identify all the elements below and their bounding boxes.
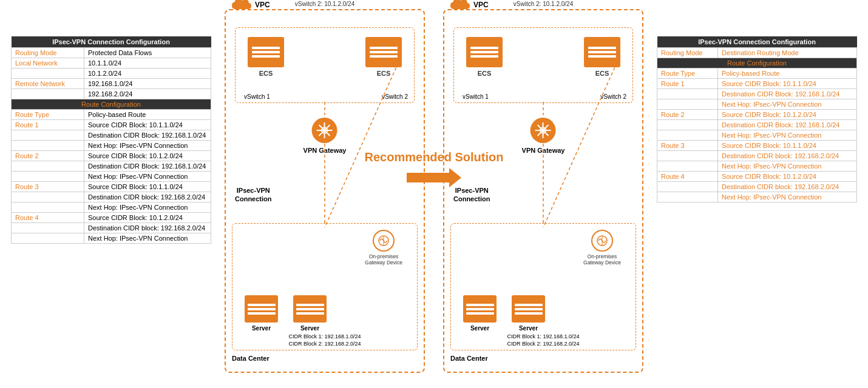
left-route3-src: Source CIDR Block: 10.1.1.0/24 (84, 182, 211, 192)
left-route4-dst-label (12, 223, 84, 233)
left-ecs2: ECS (365, 37, 402, 77)
right-route-type-value: Policy-based Route (718, 69, 857, 79)
left-route1-dst-label (12, 130, 84, 141)
left-route3-hop-label (12, 202, 84, 213)
right-server2: Server (512, 295, 545, 332)
right-vpc-label: VPC (473, 1, 489, 9)
right-route-type-label: Route Type (657, 69, 718, 79)
left-config-table: IPsec-VPN Connection Configuration Routi… (11, 36, 211, 244)
left-remote-network-value1: 192.168.1.0/24 (84, 79, 211, 89)
right-route4-label: Route 4 (657, 172, 718, 182)
left-routing-mode-label: Routing Mode (12, 48, 84, 58)
right-config-header: IPsec-VPN Connection Configuration (657, 36, 857, 48)
right-vpc-container: Primary CIDR block: 10.1.0.0/16 vSwitch … (443, 9, 643, 373)
left-server1-label: Server (252, 325, 271, 332)
left-route3-hop: Next Hop: IPsec-VPN Connection (84, 202, 211, 213)
right-route3-dst: Destination CIDR block: 192.168.2.0/24 (718, 151, 857, 161)
left-server1-icon (245, 295, 278, 323)
right-ecs1-icon (466, 37, 503, 67)
left-ecs1-label: ECS (259, 70, 273, 77)
left-route2-dst-label (12, 161, 84, 172)
right-route4-src: Source CIDR Block: 10.1.2.0/24 (718, 172, 857, 182)
left-server2: Server (293, 295, 327, 332)
right-ecs2-icon (584, 37, 620, 67)
left-datacenter-label: Data Center (232, 355, 270, 362)
left-ecs1-icon (248, 37, 284, 67)
right-config-table: IPsec-VPN Connection Configuration Routi… (657, 36, 857, 202)
left-route1-hop: Next Hop: IPsec-VPN Connection (84, 141, 211, 151)
left-local-network-value2: 10.1.2.0/24 (84, 69, 211, 79)
right-ecs1-label: ECS (478, 70, 492, 77)
left-route2-src: Source CIDR Block: 10.1.2.0/24 (84, 151, 211, 161)
left-ecs2-icon (365, 37, 402, 67)
right-ipsec-label: IPsec-VPNConnection (453, 186, 490, 204)
left-route2-hop-label (12, 172, 84, 182)
left-vpn-gateway: VPN Gateway (303, 116, 347, 154)
right-vswitch2-label: vSwitch 2 (600, 93, 626, 100)
left-vpc-label-area: VPC (231, 0, 270, 13)
left-local-network-value1: 10.1.1.0/24 (84, 58, 211, 69)
right-ecs1: ECS (466, 37, 503, 77)
right-route2-hop: Next Hop: IPsec-VPN Connection (718, 130, 857, 141)
right-route4-dst-label (657, 182, 718, 192)
right-ecs2-label: ECS (595, 70, 609, 77)
left-route2-hop: Next Hop: IPsec-VPN Connection (84, 172, 211, 182)
right-route4-dst: Destination CIDR block: 192.168.2.0/24 (718, 182, 857, 192)
left-route4-dst: Destination CIDR block: 192.168.2.0/24 (84, 223, 211, 233)
left-gateway-device: On-premises Gateway Device (359, 230, 408, 266)
left-gateway-icon (311, 116, 339, 144)
left-route2-dst: Destination CIDR Block: 192.168.1.0/24 (84, 161, 211, 172)
right-gateway-device-label: On-premises Gateway Device (578, 253, 626, 266)
right-route3-hop-label (657, 161, 718, 172)
left-routing-mode-value: Protected Data Flows (84, 48, 211, 58)
left-vswitch-area: ECS ECS vSwitch 1 vSwitch 2 (235, 27, 415, 103)
right-routing-mode-value: Destination Routing Mode (718, 48, 857, 58)
right-gateway-device: On-premises Gateway Device (578, 230, 626, 266)
right-route4-hop: Next Hop: IPsec-VPN Connection (718, 192, 857, 202)
left-route1-hop-label (12, 141, 84, 151)
left-route3-dst-label (12, 192, 84, 202)
right-cloud-icon (449, 0, 471, 13)
left-route4-hop-label (12, 233, 84, 244)
left-cidr-info: CIDR Block 1: 192.168.1.0/24 CIDR Block … (236, 333, 414, 348)
right-route-config-header: Route Configuration (657, 58, 857, 69)
right-datacenter-label: Data Center (450, 355, 488, 362)
right-route1-src: Source CIDR Block: 10.1.1.0/24 (718, 79, 857, 89)
left-route2-label: Route 2 (12, 151, 84, 161)
right-vpc-label-area: VPC (449, 0, 489, 13)
left-local-network-label2 (12, 69, 84, 79)
right-server1-label: Server (470, 325, 489, 332)
right-vswitch1-label: vSwitch 1 (463, 93, 489, 100)
left-route1-label: Route 1 (12, 120, 84, 130)
left-route-config-header: Route Configuration (12, 99, 211, 110)
right-route1-dst: Destination CIDR Block: 192.168.1.0/24 (718, 89, 857, 99)
right-server1-icon (463, 295, 497, 323)
left-ecs1: ECS (248, 37, 284, 77)
right-route3-hop: Next Hop: IPsec-VPN Connection (718, 161, 857, 172)
left-remote-network-value2: 192.168.2.0/24 (84, 89, 211, 99)
left-remote-network-label: Remote Network (12, 79, 84, 89)
right-server2-label: Server (519, 325, 538, 332)
right-route1-hop: Next Hop: IPsec-VPN Connection (718, 99, 857, 110)
right-gateway-icon (529, 116, 557, 144)
left-route4-hop: Next Hop: IPsec-VPN Connection (84, 233, 211, 244)
left-route-type-value: Policy-based Route (84, 110, 211, 120)
right-route2-hop-label (657, 130, 718, 141)
left-route4-src: Source CIDR Block: 10.1.2.0/24 (84, 213, 211, 223)
right-route1-label: Route 1 (657, 79, 718, 89)
right-server1: Server (463, 295, 497, 332)
right-route4-hop-label (657, 192, 718, 202)
left-route3-label: Route 3 (12, 182, 84, 192)
left-ipsec-label: IPsec-VPNConnection (235, 186, 272, 204)
right-route1-dst-label (657, 89, 718, 99)
left-vpc-label: VPC (255, 1, 270, 9)
right-routing-mode-label: Routing Mode (657, 48, 718, 58)
left-cloud-icon (231, 0, 253, 13)
right-vpn-gateway: VPN Gateway (522, 116, 565, 154)
left-vswitch1-label: vSwitch 1 (244, 93, 270, 100)
left-route1-src: Source CIDR Block: 10.1.1.0/24 (84, 120, 211, 130)
left-datacenter-area: On-premises Gateway Device Server Server (232, 223, 418, 350)
left-server2-label: Server (300, 325, 319, 332)
left-route3-dst: Destination CIDR block: 192.168.2.0/24 (84, 192, 211, 202)
left-local-network-label: Local Network (12, 58, 84, 69)
